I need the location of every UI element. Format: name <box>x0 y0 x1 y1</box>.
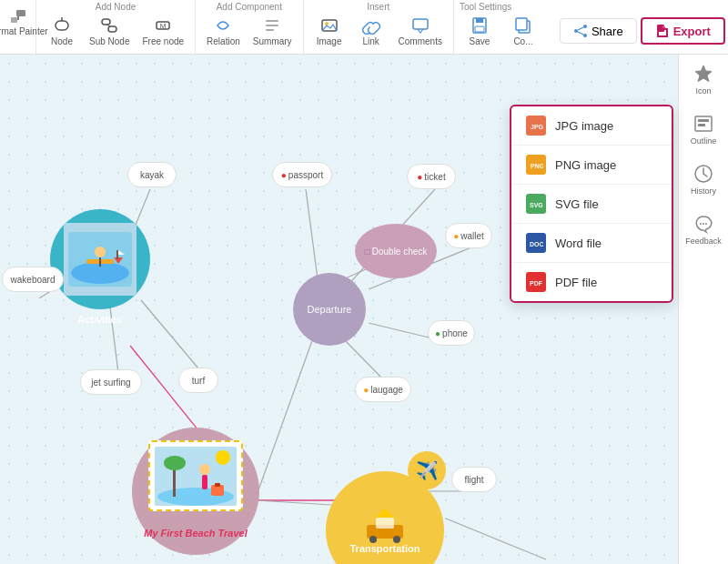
add-node-items: Node Sub Node M Free node <box>42 14 189 48</box>
svg-point-62 <box>199 464 210 475</box>
svg-point-21 <box>574 29 578 33</box>
flight-node[interactable]: flight <box>451 467 497 492</box>
passport-node[interactable]: ●passport <box>272 162 332 187</box>
comments-button[interactable]: Comments <box>393 14 448 48</box>
turf-node[interactable]: turf <box>178 368 218 393</box>
free-node-icon: M <box>153 15 173 35</box>
tool-settings-title: Tool Settings <box>460 2 725 12</box>
image-label: Image <box>317 36 342 46</box>
export-jpg-option[interactable]: JPG JPG image <box>511 106 672 146</box>
svg-rect-13 <box>322 20 337 31</box>
departure-node[interactable]: Departure <box>293 273 366 346</box>
relation-button[interactable]: Relation <box>201 14 246 48</box>
svg-label: SVG file <box>555 197 599 211</box>
phone-node[interactable]: ●phone <box>428 320 475 346</box>
sub-node-button[interactable]: Sub Node <box>84 14 135 48</box>
insert-title: Insert <box>309 2 448 12</box>
add-component-title: Add Component <box>201 2 298 12</box>
sub-node-label: Sub Node <box>89 36 129 46</box>
svg-text:SVG: SVG <box>530 202 543 208</box>
wakeboard-node[interactable]: wakeboard <box>2 267 64 292</box>
flight-icon-node[interactable]: ✈️ <box>408 451 446 489</box>
format-painter-icon <box>8 5 28 25</box>
svg-point-84 <box>703 223 704 225</box>
svg-text:JPG: JPG <box>531 124 543 130</box>
activities-node[interactable] <box>50 209 150 309</box>
sidebar-outline-label: Outline <box>691 136 717 146</box>
svg-rect-3 <box>56 21 68 30</box>
save-icon <box>470 15 490 35</box>
add-component-items: Relation Summary <box>201 14 298 48</box>
svg-point-83 <box>700 223 702 225</box>
svg-point-48 <box>95 247 106 257</box>
svg-point-56 <box>393 536 400 543</box>
svg-point-61 <box>164 456 186 470</box>
pdf-icon: PDF <box>526 272 546 292</box>
canvas-area[interactable]: Activities kayak wakeboard jet surfing t… <box>0 55 728 564</box>
svg-rect-15 <box>413 19 428 29</box>
svg-rect-6 <box>108 26 116 32</box>
svg-rect-66 <box>215 483 220 487</box>
summary-icon <box>262 15 282 35</box>
kayak-node[interactable]: kayak <box>127 162 177 187</box>
svg-rect-0 <box>11 17 17 23</box>
sidebar-history-item[interactable]: History <box>691 164 716 196</box>
free-node-button[interactable]: M Free node <box>136 14 189 48</box>
share-button[interactable]: Share <box>560 18 637 44</box>
jpg-icon: JPG <box>526 116 546 136</box>
summary-button[interactable]: Summary <box>248 14 298 48</box>
jpg-label: JPG image <box>555 119 613 133</box>
link-label: Link <box>362 36 379 46</box>
save-button[interactable]: Save <box>460 14 500 48</box>
node-button[interactable]: Node <box>42 14 82 48</box>
insert-section: Insert Image Link Comments <box>304 0 454 54</box>
svg-rect-5 <box>102 19 110 25</box>
export-svg-option[interactable]: SVG SVG file <box>511 185 672 224</box>
link-icon <box>361 15 381 35</box>
svg-point-23 <box>583 34 587 37</box>
svg-rect-11 <box>266 25 278 26</box>
svg-marker-78 <box>695 65 712 82</box>
export-png-option[interactable]: PNG PNG image <box>511 146 672 185</box>
sidebar-feedback-icon <box>693 214 713 234</box>
sidebar-outline-item[interactable]: Outline <box>691 114 717 146</box>
copy-button[interactable]: Co... <box>503 14 543 48</box>
sidebar-feedback-item[interactable]: Feedback <box>685 214 722 246</box>
activities-label: Activities <box>63 314 136 325</box>
svg-point-64 <box>216 450 230 465</box>
svg-line-37 <box>341 337 384 380</box>
transportation-icon <box>362 507 408 543</box>
share-icon <box>573 24 588 38</box>
svg-line-32 <box>141 300 198 368</box>
export-button[interactable]: Export <box>641 17 725 45</box>
word-label: Word file <box>555 237 602 250</box>
export-dropdown: JPG JPG image PNG PNG image SVG SVG file… <box>510 105 673 303</box>
svg-rect-80 <box>698 119 709 122</box>
svg-text:PDF: PDF <box>530 280 543 287</box>
svg-marker-28 <box>662 25 666 28</box>
format-painter-section: Format Painter <box>0 0 36 54</box>
my-first-node[interactable]: My First Beach Travel <box>132 428 259 555</box>
svg-rect-12 <box>266 29 274 31</box>
wallet-node[interactable]: ●wallet <box>445 223 492 248</box>
sidebar-history-icon <box>693 164 713 184</box>
copy-label: Co... <box>513 36 532 46</box>
svg-point-85 <box>705 223 707 225</box>
add-component-section: Add Component Relation Summary <box>196 0 304 54</box>
svg-line-25 <box>578 32 583 35</box>
svg-text:M: M <box>160 22 167 30</box>
export-word-option[interactable]: DOC Word file <box>511 224 672 263</box>
svg-rect-1 <box>16 10 25 16</box>
image-button[interactable]: Image <box>309 14 349 48</box>
link-button[interactable]: Link <box>351 14 391 48</box>
comments-label: Comments <box>399 36 442 46</box>
comments-icon <box>410 15 430 35</box>
sidebar-icon-item[interactable]: Icon <box>693 64 713 96</box>
double-check-node[interactable]: □Double check <box>355 224 437 278</box>
png-icon: PNG <box>526 155 546 175</box>
jet-surfing-node[interactable]: jet surfing <box>80 369 142 395</box>
export-pdf-option[interactable]: PDF PDF file <box>511 263 672 301</box>
ticket-node[interactable]: ●ticket <box>407 164 456 189</box>
svg-text:DOC: DOC <box>530 241 543 247</box>
laugage-node[interactable]: ●laugage <box>355 377 411 402</box>
